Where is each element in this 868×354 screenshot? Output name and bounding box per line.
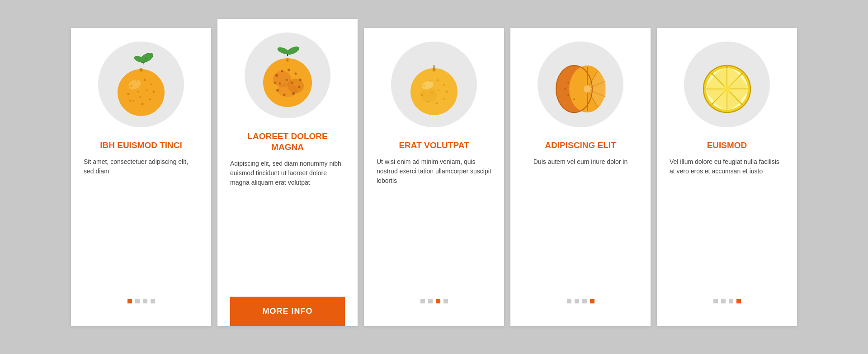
dot-3-3 bbox=[436, 299, 440, 303]
svg-point-35 bbox=[292, 92, 295, 95]
svg-point-68 bbox=[584, 85, 591, 93]
svg-point-33 bbox=[299, 79, 302, 81]
svg-point-28 bbox=[278, 84, 297, 97]
svg-point-34 bbox=[298, 86, 300, 88]
dot-1-2 bbox=[135, 299, 140, 303]
cards-container: IBH EUISMOD TINCI Sit amet, consectetuer… bbox=[44, 10, 824, 344]
orange-with-leaf-icon bbox=[108, 52, 174, 117]
fruit-circle-2 bbox=[245, 33, 330, 118]
card-4-dots bbox=[567, 299, 594, 313]
svg-point-39 bbox=[278, 82, 281, 84]
card-3-body: Ut wisi enim ad minim veniam, quis nostr… bbox=[377, 157, 491, 288]
dot-5-1 bbox=[713, 299, 718, 303]
dot-1-4 bbox=[151, 299, 155, 303]
orange-spotted-icon bbox=[255, 43, 321, 108]
svg-point-49 bbox=[443, 84, 445, 86]
card-3-title: ERAT VOLUTPAT bbox=[399, 140, 469, 151]
dot-4-1 bbox=[567, 299, 571, 303]
card-5-dots bbox=[713, 299, 741, 313]
lemon-half-icon bbox=[694, 52, 760, 117]
svg-point-14 bbox=[127, 93, 129, 95]
svg-point-41 bbox=[291, 81, 293, 84]
svg-point-10 bbox=[152, 90, 155, 93]
dot-4-4 bbox=[590, 299, 594, 303]
fruit-circle-4 bbox=[538, 42, 623, 127]
svg-point-8 bbox=[143, 79, 146, 81]
card-5: EUISMOD Vel illum dolore eu feugiat null… bbox=[657, 28, 797, 326]
card-4: ADIPISCING ELIT Duis autem vel eum iriur… bbox=[510, 28, 651, 326]
svg-point-32 bbox=[294, 72, 297, 75]
svg-point-59 bbox=[433, 69, 435, 71]
svg-point-53 bbox=[427, 101, 429, 102]
dot-3-2 bbox=[428, 299, 433, 303]
svg-point-82 bbox=[726, 65, 728, 68]
svg-point-43 bbox=[287, 59, 288, 61]
svg-point-73 bbox=[573, 98, 575, 100]
svg-point-54 bbox=[420, 93, 423, 96]
orange-half-open-icon bbox=[548, 52, 613, 117]
card-1-body: Sit amet, consectetuer adipiscing elit, … bbox=[84, 157, 198, 288]
svg-point-70 bbox=[567, 82, 569, 84]
card-4-title: ADIPISCING ELIT bbox=[545, 140, 616, 151]
card-3: ERAT VOLUTPAT Ut wisi enim ad minim veni… bbox=[364, 28, 504, 326]
svg-point-50 bbox=[445, 90, 448, 93]
svg-point-11 bbox=[149, 98, 151, 100]
svg-point-18 bbox=[139, 96, 141, 98]
fruit-circle-3 bbox=[391, 42, 477, 127]
svg-point-29 bbox=[275, 74, 278, 77]
fruit-circle-5 bbox=[684, 42, 770, 127]
svg-point-17 bbox=[146, 89, 148, 91]
dot-1-1 bbox=[127, 299, 132, 303]
svg-point-30 bbox=[281, 70, 283, 72]
svg-point-13 bbox=[132, 100, 134, 102]
svg-point-40 bbox=[285, 79, 288, 81]
card-1: IBH EUISMOD TINCI Sit amet, consectetuer… bbox=[71, 28, 211, 326]
svg-point-21 bbox=[140, 69, 142, 71]
dot-3-4 bbox=[443, 299, 448, 303]
svg-point-38 bbox=[274, 81, 276, 84]
card-2-body: Adipiscing elit, sed diam nonummy nibh e… bbox=[230, 159, 345, 228]
dot-4-2 bbox=[575, 299, 579, 303]
card-5-body: Vel illum dolore eu feugiat nulla facili… bbox=[670, 157, 784, 288]
card-1-dots bbox=[127, 299, 155, 313]
dot-5-4 bbox=[736, 299, 741, 303]
card-3-dots bbox=[420, 299, 448, 313]
dot-1-3 bbox=[143, 299, 147, 303]
dot-3-1 bbox=[420, 299, 425, 303]
card-2-title: LAOREET DOLORE MAGNA bbox=[230, 131, 345, 153]
card-4-body: Duis autem vel eum iriure dolor in bbox=[533, 157, 628, 288]
more-info-button[interactable]: MORE INFO bbox=[230, 297, 345, 326]
fruit-circle-1 bbox=[98, 42, 184, 127]
dot-5-2 bbox=[721, 299, 726, 303]
svg-point-52 bbox=[435, 102, 438, 104]
svg-point-15 bbox=[129, 100, 131, 102]
svg-point-80 bbox=[723, 85, 731, 93]
svg-point-71 bbox=[564, 88, 566, 90]
svg-point-16 bbox=[137, 91, 139, 93]
dot-4-3 bbox=[582, 299, 587, 303]
svg-point-9 bbox=[151, 84, 152, 85]
svg-point-48 bbox=[436, 79, 439, 81]
svg-point-56 bbox=[438, 89, 439, 91]
svg-point-55 bbox=[431, 92, 433, 93]
card-5-title: EUISMOD bbox=[707, 140, 747, 151]
card-1-title: IBH EUISMOD TINCI bbox=[100, 140, 182, 151]
orange-plain-icon bbox=[401, 52, 467, 117]
card-2: LAOREET DOLORE MAGNA Adipiscing elit, se… bbox=[217, 19, 358, 326]
svg-point-37 bbox=[276, 89, 279, 92]
svg-point-5 bbox=[118, 69, 165, 116]
svg-point-31 bbox=[288, 69, 290, 71]
svg-point-51 bbox=[443, 98, 445, 100]
svg-point-12 bbox=[141, 102, 143, 105]
svg-point-72 bbox=[567, 94, 569, 96]
svg-point-36 bbox=[283, 93, 285, 96]
dot-5-3 bbox=[729, 299, 733, 303]
